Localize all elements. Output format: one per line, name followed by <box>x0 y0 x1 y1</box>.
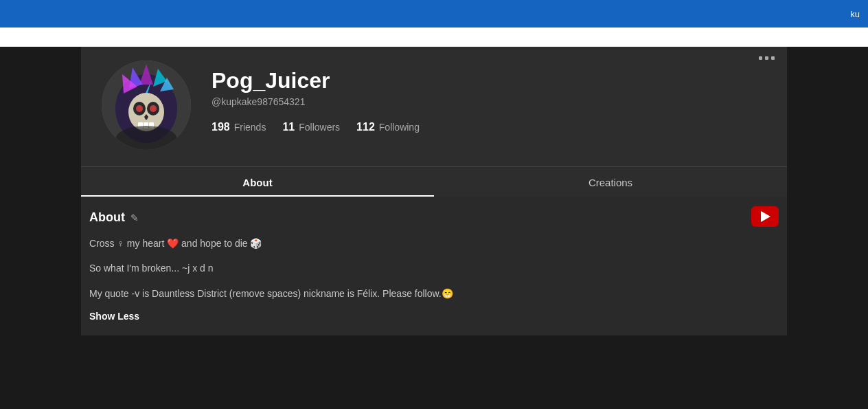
friends-count: 198 <box>212 121 230 133</box>
followers-stat: 11 Followers <box>282 121 340 133</box>
profile-card: Pog_Juicer @kupkake987654321 198 Friends… <box>81 47 787 166</box>
svg-point-14 <box>150 105 157 112</box>
following-label: Following <box>379 122 420 133</box>
profile-username: Pog_Juicer <box>212 67 436 93</box>
show-less-button[interactable]: Show Less <box>89 311 779 322</box>
about-header: About ✎ <box>89 210 779 225</box>
about-line-1: Cross ♀ my heart ❤️ and hope to die 🎲 <box>89 236 779 251</box>
friends-stat: 198 Friends <box>212 121 266 133</box>
about-line-3: My quote -v is Dauntless District (remov… <box>89 286 779 301</box>
more-dot-1 <box>759 56 762 60</box>
about-text: Cross ♀ my heart ❤️ and hope to die 🎲 So… <box>89 236 779 301</box>
top-bar-username: ku <box>850 9 860 19</box>
following-stat: 112 Following <box>356 121 420 133</box>
more-dot-2 <box>765 56 768 60</box>
friends-label: Friends <box>234 122 266 133</box>
profile-handle: @kupkake987654321 <box>212 96 436 107</box>
profile-info: Pog_Juicer @kupkake987654321 198 Friends… <box>212 60 436 133</box>
svg-point-13 <box>136 105 143 112</box>
more-options-button[interactable] <box>759 56 775 60</box>
avatar <box>102 60 191 150</box>
followers-label: Followers <box>299 122 340 133</box>
followers-count: 11 <box>282 121 295 133</box>
tab-about[interactable]: About <box>81 167 434 197</box>
more-dot-3 <box>771 56 775 60</box>
white-band <box>0 27 868 47</box>
content-area: About ✎ Cross ♀ my heart ❤️ and hope to … <box>81 197 787 335</box>
profile-stats: 198 Friends 11 Followers 112 Following <box>212 121 436 133</box>
about-line-2: So what I'm broken... ~j x d n <box>89 261 779 276</box>
edit-about-icon[interactable]: ✎ <box>130 212 139 223</box>
following-count: 112 <box>356 121 375 133</box>
tab-creations[interactable]: Creations <box>434 167 787 197</box>
tabs-bar: About Creations <box>81 166 787 197</box>
youtube-button[interactable] <box>751 206 779 227</box>
youtube-play-icon <box>761 211 770 222</box>
about-section-title: About <box>89 210 125 225</box>
top-bar: ku <box>0 0 868 27</box>
